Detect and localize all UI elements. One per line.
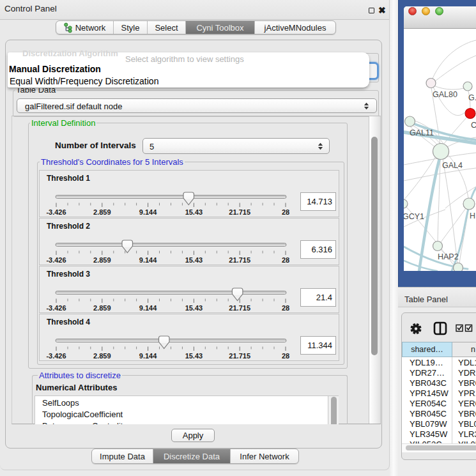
- svg-text:HAP2: HAP2: [438, 252, 459, 261]
- svg-text:GAL80: GAL80: [433, 90, 457, 99]
- svg-text:H: H: [470, 211, 475, 220]
- svg-text:C: C: [471, 121, 476, 130]
- svg-text:GAL4: GAL4: [442, 161, 463, 170]
- svg-text:G.: G.: [468, 93, 476, 102]
- svg-text:GAL11: GAL11: [410, 128, 434, 137]
- svg-text:GCY1: GCY1: [404, 212, 424, 221]
